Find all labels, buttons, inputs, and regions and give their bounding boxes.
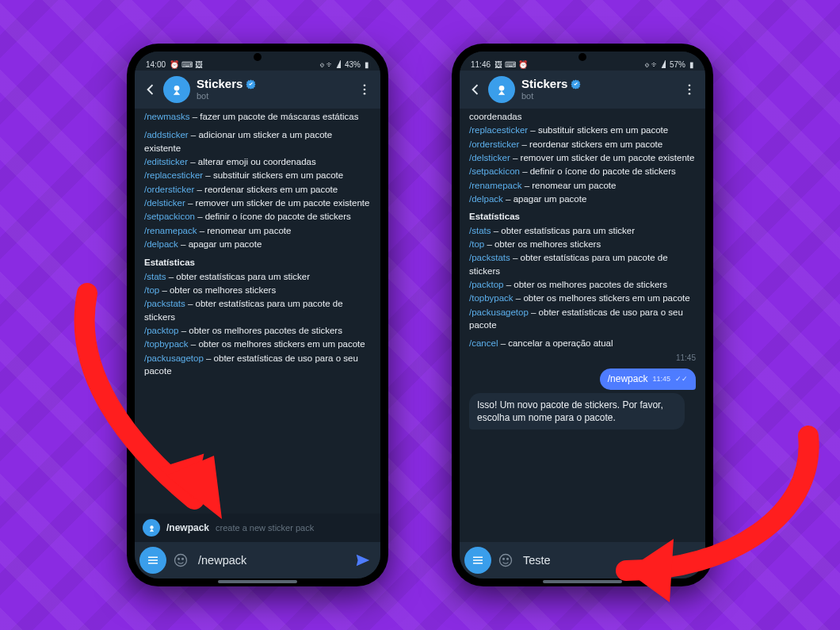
command-link[interactable]: /replacesticker	[144, 170, 203, 180]
svg-point-0	[174, 86, 180, 91]
chat-scroll: coordenadas/replacesticker – substituir …	[460, 110, 705, 542]
svg-point-9	[689, 84, 691, 86]
command-link[interactable]: /delpack	[144, 239, 178, 249]
chat-title-block[interactable]: Stickers bot	[197, 77, 353, 101]
sent-message[interactable]: /newpack 11:45 ✓✓	[600, 368, 696, 390]
send-button[interactable]	[350, 548, 376, 573]
command-link[interactable]: /setpackicon	[469, 166, 520, 176]
command-line: /newmasks – fazer um pacote de máscaras …	[144, 110, 371, 123]
message-input[interactable]: /newpack	[195, 554, 347, 567]
chat-body[interactable]: coordenadas/replacesticker – substituir …	[460, 109, 705, 542]
command-link[interactable]: /delpack	[469, 194, 503, 204]
command-link[interactable]: /addsticker	[144, 130, 189, 139]
command-suggestion[interactable]: /newpack create a new sticker pack	[135, 514, 380, 542]
svg-point-1	[364, 84, 366, 86]
command-link[interactable]: /setpackicon	[144, 212, 195, 221]
command-link[interactable]: /packtop	[144, 326, 178, 335]
svg-point-5	[175, 555, 187, 567]
svg-point-3	[364, 93, 366, 95]
message-time: 11:45	[676, 353, 696, 364]
status-time: 11:46	[471, 60, 491, 69]
received-message[interactable]: Isso! Um novo pacote de stickers. Por fa…	[469, 393, 685, 430]
command-line: /addsticker – adicionar um sticker a um …	[144, 128, 371, 155]
command-link[interactable]: /top	[144, 285, 159, 295]
send-button[interactable]	[675, 548, 701, 573]
command-link[interactable]: /packstats	[144, 299, 185, 308]
emoji-button[interactable]	[170, 549, 192, 571]
chat-header: Stickers bot	[460, 71, 705, 109]
status-wifi-icon: ⊘ ᯤ ◢	[645, 61, 666, 69]
command-link[interactable]: /ordersticker	[144, 185, 194, 194]
message-input[interactable]: Teste	[520, 554, 672, 567]
phones-row: 14:00 ⏰ ⌨ 🖼 ⊘ ᯤ ◢ 43% ▮	[0, 0, 840, 630]
command-link[interactable]: /delsticker	[469, 153, 510, 162]
command-link[interactable]: /editsticker	[144, 157, 188, 166]
battery-icon: ▮	[689, 61, 694, 69]
back-button[interactable]	[463, 77, 488, 102]
chat-title: Stickers	[197, 77, 242, 91]
status-time: 14:00	[146, 60, 166, 69]
command-link[interactable]: /topbypack	[469, 293, 514, 303]
chat-header: Stickers bot	[135, 71, 380, 109]
commands-menu-button[interactable]	[464, 547, 491, 574]
command-link[interactable]: /stats	[469, 226, 491, 235]
command-link[interactable]: /delsticker	[144, 198, 185, 208]
verified-icon	[246, 79, 256, 90]
svg-point-14	[507, 559, 509, 560]
chat-title: Stickers	[521, 77, 567, 91]
suggestion-description: create a new sticker pack	[216, 523, 314, 533]
command-line: /packstats – obter estatísticas para um …	[144, 297, 371, 323]
command-line: /packtop – obter os melhores pacotes de …	[469, 278, 696, 291]
command-link[interactable]: /renamepack	[144, 226, 197, 235]
command-line: coordenadas	[469, 110, 696, 123]
sent-text: /newpack	[608, 372, 648, 386]
message-bubble: /newmasks – fazer um pacote de máscaras …	[135, 110, 380, 514]
command-line: /editsticker – alterar emoji ou coordena…	[144, 155, 371, 168]
message-bubble: coordenadas/replacesticker – substituir …	[469, 110, 696, 351]
more-menu-button[interactable]	[353, 77, 376, 102]
chat-avatar[interactable]	[163, 76, 190, 103]
suggestion-command: /newpack	[166, 522, 209, 533]
chat-avatar[interactable]	[488, 76, 515, 103]
emoji-button[interactable]	[494, 549, 517, 571]
command-line: /top – obter os melhores stickers	[469, 238, 696, 250]
command-link[interactable]: /renamepack	[469, 181, 521, 190]
sent-checks-icon: ✓✓	[675, 374, 688, 384]
chat-subtitle: bot	[521, 91, 678, 101]
command-link[interactable]: /packtop	[469, 280, 503, 289]
command-line: /renamepack – renomear um pacote	[144, 224, 371, 237]
svg-point-2	[364, 89, 366, 91]
command-link[interactable]: /cancel	[469, 338, 498, 348]
svg-point-7	[182, 559, 184, 560]
command-link[interactable]: /packusagetop	[144, 353, 204, 363]
svg-point-12	[500, 555, 512, 567]
front-camera	[578, 53, 586, 61]
command-line: /packusagetop – obter estatísticas de us…	[469, 306, 696, 332]
chat-title-block[interactable]: Stickers bot	[521, 77, 678, 101]
command-link[interactable]: /ordersticker	[469, 139, 519, 149]
command-link[interactable]: /stats	[144, 272, 166, 281]
input-bar: Teste	[460, 542, 705, 578]
command-line: /delsticker – remover um sticker de um p…	[144, 197, 371, 209]
svg-point-4	[150, 525, 153, 529]
command-link[interactable]: /newmasks	[144, 112, 190, 121]
command-line: /delpack – apagar um pacote	[469, 193, 696, 205]
command-link[interactable]: /top	[469, 239, 484, 249]
command-link[interactable]: /packusagetop	[469, 307, 529, 317]
status-wifi-icon: ⊘ ᯤ ◢	[320, 61, 341, 69]
more-menu-button[interactable]	[678, 77, 701, 102]
phone-right: 11:46 🖼 ⌨ ⏰ ⊘ ᯤ ◢ 57% ▮	[452, 44, 713, 586]
commands-menu-button[interactable]	[139, 547, 166, 574]
command-line: /delpack – apagar um pacote	[144, 238, 371, 250]
phone-right-screen: 11:46 🖼 ⌨ ⏰ ⊘ ᯤ ◢ 57% ▮	[460, 52, 705, 578]
chat-body[interactable]: /newmasks – fazer um pacote de máscaras …	[135, 109, 380, 514]
command-line: /cancel – cancelar a operação atual	[469, 337, 696, 349]
command-link[interactable]: /replacesticker	[469, 125, 528, 135]
command-line: /ordersticker – reordenar stickers em um…	[144, 183, 371, 196]
command-link[interactable]: /topbypack	[144, 339, 189, 349]
command-link[interactable]: /packstats	[469, 253, 510, 262]
command-line: /packstats – obter estatísticas para um …	[469, 251, 696, 277]
nav-pill	[543, 580, 622, 583]
command-line: /delsticker – remover um sticker de um p…	[469, 151, 696, 164]
back-button[interactable]	[138, 77, 163, 102]
